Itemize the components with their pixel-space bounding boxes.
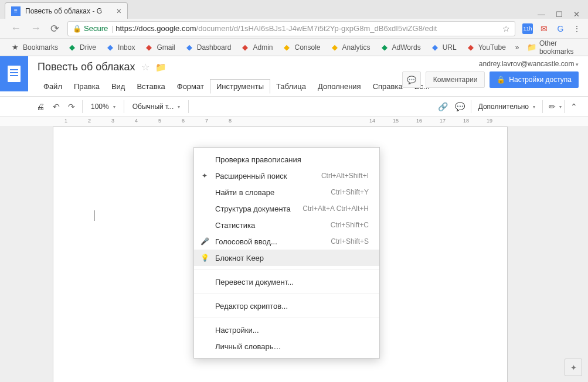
link-icon[interactable]: 🔗 bbox=[434, 100, 451, 114]
menu-2[interactable]: Вид bbox=[106, 80, 131, 93]
print-icon[interactable]: 🖨 bbox=[33, 100, 48, 114]
chat-icon[interactable]: 💬 bbox=[402, 71, 421, 88]
tab-close-icon[interactable]: × bbox=[117, 6, 121, 16]
window-minimize-icon[interactable]: — bbox=[538, 10, 545, 19]
lock-icon: 🔒 bbox=[73, 25, 81, 33]
lock-share-icon: 🔒 bbox=[497, 76, 505, 84]
edit-mode-icon[interactable]: ✏ bbox=[545, 100, 559, 114]
url-host: https://docs.google.com bbox=[115, 24, 196, 33]
collapse-icon[interactable]: ⌃ bbox=[567, 100, 581, 114]
star-document-icon[interactable]: ☆ bbox=[141, 62, 149, 73]
dropdown-item-3[interactable]: Структура документаCtrl+Alt+A Ctrl+Alt+H bbox=[194, 200, 379, 217]
move-folder-icon[interactable]: 📁 bbox=[155, 62, 166, 73]
bookmark-star-icon[interactable]: ☆ bbox=[502, 24, 510, 33]
dropdown-item-4[interactable]: СтатистикаCtrl+Shift+C bbox=[194, 217, 379, 233]
tab-title: Повесть об облаках - G bbox=[25, 7, 112, 15]
nav-forward-icon[interactable]: → bbox=[26, 22, 46, 35]
dropdown-item-0[interactable]: Проверка правописания bbox=[194, 151, 379, 168]
menu-7[interactable]: Дополнения bbox=[312, 80, 367, 93]
ruler[interactable]: 12345678141516171819 bbox=[0, 117, 588, 127]
bookmark-analytics[interactable]: ◆Analytics bbox=[325, 43, 375, 52]
document-title[interactable]: Повесть об облаках bbox=[38, 61, 135, 73]
comment-add-icon[interactable]: 💬 bbox=[451, 100, 468, 114]
browser-tab[interactable]: ≡ Повесть об облаках - G × bbox=[5, 2, 128, 19]
text-cursor bbox=[94, 210, 94, 221]
dropdown-item-2[interactable]: Найти в словареCtrl+Shift+Y bbox=[194, 184, 379, 200]
url-path: /document/d/1sHAI6sBJs1-J4wEM7i5t2Yp-gxp… bbox=[196, 24, 437, 33]
menu-3[interactable]: Вставка bbox=[131, 80, 171, 93]
bookmark-youtube[interactable]: ◆YouTube bbox=[461, 43, 511, 52]
explore-button[interactable]: ✦ bbox=[565, 359, 582, 376]
google-ext-icon[interactable]: G bbox=[555, 23, 566, 34]
bookmark-adwords[interactable]: ◆AdWords bbox=[375, 43, 426, 52]
bookmark-console[interactable]: ◆Console bbox=[277, 43, 325, 52]
more-toolbar-dropdown[interactable]: Дополнительно bbox=[474, 100, 540, 113]
dropdown-item-10[interactable]: Редактор скриптов... bbox=[194, 298, 379, 314]
bookmark-inbox[interactable]: ◆Inbox bbox=[101, 43, 140, 52]
address-bar[interactable]: 🔒 Secure | https://docs.google.com/docum… bbox=[67, 21, 515, 36]
bookmark-gmail[interactable]: ◆Gmail bbox=[140, 43, 179, 52]
nav-back-icon[interactable]: ← bbox=[6, 22, 26, 35]
tools-dropdown: Проверка правописания✦Расширенный поискC… bbox=[193, 147, 380, 359]
nav-reload-icon[interactable]: ⟳ bbox=[46, 22, 64, 35]
dropdown-item-12[interactable]: Настройки... bbox=[194, 322, 379, 338]
chrome-menu-icon[interactable]: ⋮ bbox=[572, 23, 582, 34]
dropdown-item-8[interactable]: Перевести документ... bbox=[194, 274, 379, 290]
redo-icon[interactable]: ↷ bbox=[64, 100, 79, 114]
bookmark-admin[interactable]: ◆Admin bbox=[236, 43, 277, 52]
zoom-dropdown[interactable]: 100% bbox=[86, 100, 120, 113]
dropdown-item-5[interactable]: 🎤Голосовой ввод...Ctrl+Shift+S bbox=[194, 233, 379, 250]
gmail-ext-icon[interactable]: ✉ bbox=[539, 23, 549, 34]
user-account[interactable]: andrey.lavrov@wancastle.com bbox=[479, 60, 579, 68]
other-bookmarks[interactable]: » 📁Other bookmarks bbox=[511, 39, 582, 56]
dropdown-item-6[interactable]: 💡Блокнот Keep bbox=[194, 250, 379, 266]
text-style-dropdown[interactable]: Обычный т... bbox=[128, 100, 185, 113]
window-maximize-icon[interactable]: ☐ bbox=[556, 10, 563, 19]
secure-label: Secure bbox=[84, 24, 108, 33]
menu-5[interactable]: Инструменты bbox=[210, 79, 270, 94]
comments-button[interactable]: Комментарии bbox=[426, 71, 485, 88]
menu-1[interactable]: Правка bbox=[68, 80, 106, 93]
extension-icon[interactable]: 11h bbox=[522, 23, 533, 34]
window-close-icon[interactable]: ✕ bbox=[573, 10, 580, 19]
dropdown-item-13[interactable]: Личный словарь… bbox=[194, 338, 379, 354]
bookmark-url[interactable]: ◆URL bbox=[426, 43, 461, 52]
bookmarks-star[interactable]: ★Bookmarks bbox=[6, 43, 63, 52]
dropdown-item-1[interactable]: ✦Расширенный поискCtrl+Alt+Shift+I bbox=[194, 168, 379, 184]
menu-0[interactable]: Файл bbox=[38, 80, 68, 93]
share-button[interactable]: 🔒Настройки доступа bbox=[490, 71, 579, 88]
bookmark-drive[interactable]: ◆Drive bbox=[63, 43, 101, 52]
bookmark-dashboard[interactable]: ◆Dashboard bbox=[180, 43, 236, 52]
menu-6[interactable]: Таблица bbox=[270, 80, 312, 93]
docs-favicon: ≡ bbox=[11, 6, 21, 16]
undo-icon[interactable]: ↶ bbox=[49, 100, 63, 114]
menu-4[interactable]: Формат bbox=[171, 80, 210, 93]
